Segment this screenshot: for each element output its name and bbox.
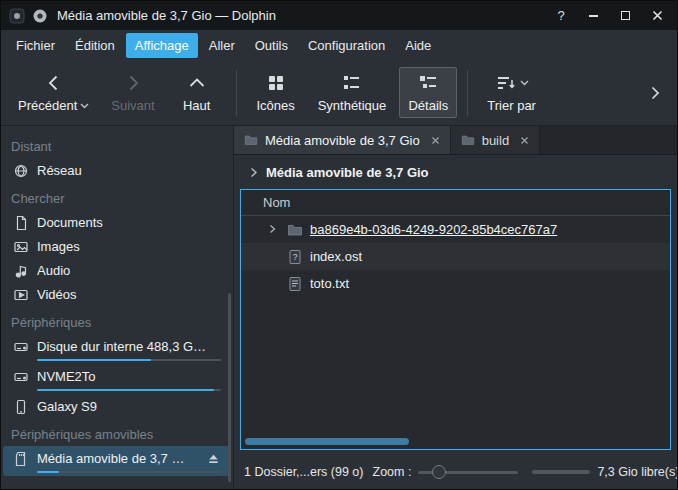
- sidebar-item-galaxy-s9[interactable]: Galaxy S9: [3, 394, 231, 418]
- images-icon: [13, 239, 29, 255]
- folder-icon: [244, 133, 258, 147]
- file-view: Nom ba869e4b-03d6-4249-9202-85b4cec767a7: [240, 189, 671, 450]
- zoom-slider-handle[interactable]: [432, 465, 446, 479]
- file-row-toto-txt[interactable]: toto.txt: [241, 270, 670, 297]
- sidebar-item-nvme2to[interactable]: NVME2To: [3, 364, 231, 394]
- main-toolbar: Précédent Suivant Haut Icônes: [1, 60, 677, 126]
- menu-edition[interactable]: Édition: [66, 33, 124, 58]
- chevron-right-icon[interactable]: [248, 167, 259, 178]
- capacity-bar: [37, 359, 221, 361]
- folder-icon: [287, 222, 303, 238]
- section-header-peripheriques-amovibles: Périphériques amovibles: [1, 418, 233, 446]
- menu-fichier[interactable]: Fichier: [7, 33, 64, 58]
- harddisk-icon: [13, 369, 29, 385]
- icons-view-label: Icônes: [256, 98, 294, 113]
- phone-icon: [13, 399, 29, 415]
- sidebar-item-videos[interactable]: Vidéos: [3, 282, 231, 306]
- svg-text:?: ?: [293, 252, 298, 262]
- free-space-bar: [532, 470, 590, 474]
- videos-icon: [13, 287, 29, 303]
- file-rows: ba869e4b-03d6-4249-9202-85b4cec767a7 ? i…: [241, 216, 670, 449]
- dolphin-window: Média amovible de 3,7 Gio — Dolphin ? Fi…: [0, 0, 678, 490]
- file-name: toto.txt: [310, 276, 349, 291]
- sidebar-item-label: Documents: [37, 215, 103, 230]
- expand-arrow-icon[interactable]: [267, 224, 277, 234]
- forward-button[interactable]: Suivant: [102, 67, 163, 118]
- close-tab-icon[interactable]: [431, 136, 440, 145]
- section-header-peripheriques: Périphériques: [1, 306, 233, 334]
- arrow-right-icon: [122, 72, 144, 94]
- tab-build[interactable]: build: [451, 126, 540, 154]
- chevron-down-icon: [520, 80, 529, 86]
- status-bar: 1 Dossier,...ers (99 o) Zoom : 7,3 Gio l…: [234, 458, 677, 489]
- menu-aide[interactable]: Aide: [396, 33, 440, 58]
- icons-view-button[interactable]: Icônes: [247, 67, 305, 118]
- audio-icon: [13, 263, 29, 279]
- compact-view-label: Synthétique: [318, 98, 387, 113]
- horizontal-scrollbar[interactable]: [245, 438, 666, 445]
- unknown-file-icon: ?: [287, 249, 303, 265]
- menu-configuration[interactable]: Configuration: [299, 33, 394, 58]
- compact-view-icon: [341, 72, 363, 94]
- harddisk-icon: [13, 339, 29, 355]
- details-view-label: Détails: [408, 98, 448, 113]
- zoom-slider[interactable]: [418, 464, 518, 480]
- up-label: Haut: [183, 98, 210, 113]
- file-name: ba869e4b-03d6-4249-9202-85b4cec767a7: [310, 222, 557, 237]
- file-row-index-ost[interactable]: ? index.ost: [241, 243, 670, 270]
- close-tab-icon[interactable]: [520, 136, 529, 145]
- view-wrapper: Nom ba869e4b-03d6-4249-9202-85b4cec767a7: [234, 189, 677, 458]
- up-button[interactable]: Haut: [168, 67, 226, 118]
- file-name: index.ost: [310, 249, 362, 264]
- sidebar-item-media-amovible[interactable]: Média amovible de 3,7 …: [3, 446, 231, 476]
- sidebar-item-label: Images: [37, 239, 80, 254]
- icons-view-icon: [265, 72, 287, 94]
- menu-aller[interactable]: Aller: [200, 33, 244, 58]
- eject-icon[interactable]: [206, 451, 221, 466]
- pin-icon[interactable]: [9, 8, 25, 24]
- sidebar-item-reseau[interactable]: Réseau: [3, 158, 231, 182]
- titlebar: Média amovible de 3,7 Gio — Dolphin ?: [1, 1, 677, 30]
- column-header-nom[interactable]: Nom: [241, 190, 670, 216]
- app-icon[interactable]: [32, 8, 48, 24]
- main-area: Média amovible de 3,7 Gio build: [234, 126, 677, 489]
- arrow-up-icon: [186, 72, 208, 94]
- sidebar-scrollbar[interactable]: [228, 293, 231, 482]
- zoom-label: Zoom :: [373, 465, 412, 479]
- sidebar-item-documents[interactable]: Documents: [3, 210, 231, 234]
- menu-outils[interactable]: Outils: [246, 33, 297, 58]
- sidebar-item-label: Réseau: [37, 163, 82, 178]
- sidebar-item-label: Vidéos: [37, 287, 77, 302]
- sidebar-item-audio[interactable]: Audio: [3, 258, 231, 282]
- back-button[interactable]: Précédent: [9, 67, 98, 118]
- menu-affichage[interactable]: Affichage: [126, 33, 198, 58]
- sidebar-item-images[interactable]: Images: [3, 234, 231, 258]
- menubar: Fichier Édition Affichage Aller Outils C…: [1, 30, 677, 60]
- text-file-icon: [287, 276, 303, 292]
- sidebar-item-disque-dur-interne[interactable]: Disque dur interne 488,3 G…: [3, 334, 231, 364]
- sidebar-item-label: Galaxy S9: [37, 399, 97, 414]
- close-button[interactable]: [649, 8, 665, 24]
- scrollbar-handle[interactable]: [245, 438, 409, 445]
- chevron-right-icon: [646, 84, 664, 102]
- help-button[interactable]: ?: [553, 8, 569, 24]
- breadcrumb-current[interactable]: Média amovible de 3,7 Gio: [266, 165, 429, 180]
- capacity-bar: [37, 471, 221, 473]
- sort-by-label: Trier par: [487, 98, 536, 113]
- minimize-button[interactable]: [585, 8, 601, 24]
- compact-view-button[interactable]: Synthétique: [309, 67, 396, 118]
- file-row-folder[interactable]: ba869e4b-03d6-4249-9202-85b4cec767a7: [241, 216, 670, 243]
- documents-icon: [13, 215, 29, 231]
- details-view-button[interactable]: Détails: [399, 67, 457, 118]
- sidebar-item-label: NVME2To: [37, 369, 96, 384]
- maximize-button[interactable]: [617, 8, 633, 24]
- sort-by-button[interactable]: Trier par: [478, 67, 545, 118]
- breadcrumb: Média amovible de 3,7 Gio: [234, 155, 677, 189]
- folder-icon: [461, 133, 475, 147]
- details-view-icon: [417, 72, 439, 94]
- back-label: Précédent: [18, 98, 77, 113]
- tab-media-amovible[interactable]: Média amovible de 3,7 Gio: [234, 126, 451, 154]
- content-area: Distant Réseau Chercher Documents: [1, 126, 677, 489]
- sidebar-item-label: Média amovible de 3,7 …: [37, 451, 184, 466]
- toolbar-overflow-button[interactable]: [641, 79, 669, 107]
